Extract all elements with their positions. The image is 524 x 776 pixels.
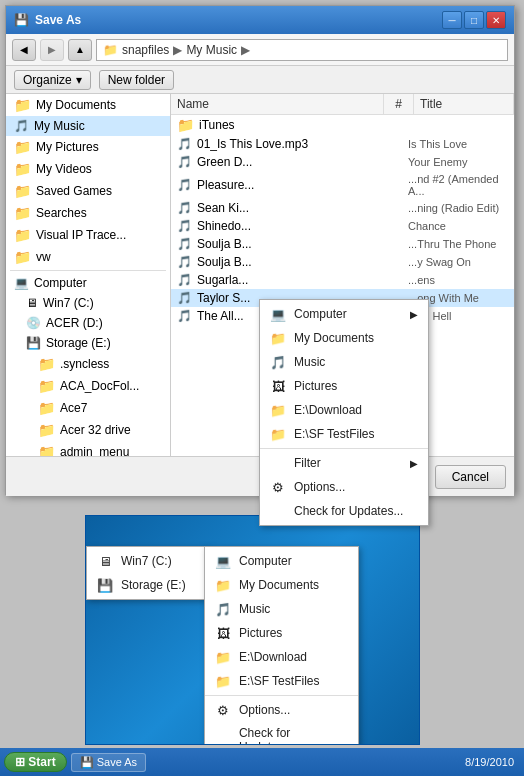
sidebar-admin-menu[interactable]: 📁 admin_menu	[6, 441, 170, 456]
pictures-icon: 🖼	[215, 625, 231, 641]
new-folder-label: New folder	[108, 73, 165, 87]
menu-item-music[interactable]: 🎵 Music	[260, 350, 428, 374]
sidebar-divider-1	[10, 270, 166, 271]
sidebar-aca-docfol[interactable]: 📁 ACA_DocFol...	[6, 375, 170, 397]
window-title: Save As	[35, 13, 436, 27]
back-button[interactable]: ◀	[12, 39, 36, 61]
file-title-text: Your Enemy	[408, 156, 508, 168]
menu-item-edownload[interactable]: 📁 E:\Download	[260, 398, 428, 422]
sidebar-acer32[interactable]: 📁 Acer 32 drive	[6, 419, 170, 441]
computer-icon: 💻	[215, 553, 231, 569]
computer-icon: 💻	[14, 276, 29, 290]
sidebar-item-my-videos[interactable]: 📁 My Videos	[6, 158, 170, 180]
file-list-header: Name # Title	[171, 94, 514, 115]
menu-label: My Documents	[239, 578, 319, 592]
organize-arrow: ▾	[76, 73, 82, 87]
sec-menu-pictures[interactable]: 🖼 Pictures	[205, 621, 358, 645]
maximize-button[interactable]: □	[464, 11, 484, 29]
sidebar-item-saved-games[interactable]: 📁 Saved Games	[6, 180, 170, 202]
drive-icon: 💾	[97, 577, 113, 593]
cancel-button[interactable]: Cancel	[435, 465, 506, 489]
sec-menu-storagee[interactable]: 💾 Storage (E:)	[87, 573, 205, 597]
toolbar: Organize ▾ New folder	[6, 66, 514, 94]
sec-menu-options[interactable]: ⚙ Options...	[205, 698, 358, 722]
close-button[interactable]: ✕	[486, 11, 506, 29]
sidebar-item-vw[interactable]: 📁 vw	[6, 246, 170, 268]
sidebar: 📁 My Documents 🎵 My Music 📁 My Pictures …	[6, 94, 171, 456]
table-row[interactable]: 🎵Green D... Your Enemy	[171, 153, 514, 171]
table-row[interactable]: 🎵Soulja B... ...Thru The Phone	[171, 235, 514, 253]
start-button[interactable]: ⊞ Start	[4, 752, 67, 772]
menu-separator	[205, 695, 358, 696]
sec-menu-music[interactable]: 🎵 Music	[205, 597, 358, 621]
sidebar-item-my-pictures[interactable]: 📁 My Pictures	[6, 136, 170, 158]
sidebar-drive-acer-d[interactable]: 💿 ACER (D:)	[6, 313, 170, 333]
menu-item-esftestfiles[interactable]: 📁 E:\SF TestFiles	[260, 422, 428, 446]
sec-menu-win7c[interactable]: 🖥 Win7 (C:)	[87, 549, 205, 573]
up-button[interactable]: ▲	[68, 39, 92, 61]
menu-label: Music	[239, 602, 270, 616]
music-file-icon: 🎵	[177, 178, 192, 192]
update-menu-icon	[270, 503, 286, 519]
music-file-icon: 🎵	[177, 309, 192, 323]
sidebar-label: Searches	[36, 206, 87, 220]
sec-menu-my-documents[interactable]: 📁 My Documents	[205, 573, 358, 597]
column-title[interactable]: Title	[414, 94, 514, 114]
update-icon	[215, 732, 231, 745]
table-row[interactable]: 🎵01_Is This Love.mp3 Is This Love	[171, 135, 514, 153]
table-row[interactable]: 🎵Soulja B... ...y Swag On	[171, 253, 514, 271]
address-path[interactable]: 📁 snapfiles ▶ My Music ▶	[96, 39, 508, 61]
organize-button[interactable]: Organize ▾	[14, 70, 91, 90]
sidebar-syncless[interactable]: 📁 .syncless	[6, 353, 170, 375]
sidebar-item-visual-ip[interactable]: 📁 Visual IP Trace...	[6, 224, 170, 246]
sec-menu-esftestfiles[interactable]: 📁 E:\SF TestFiles	[205, 669, 358, 693]
menu-label: E:\Download	[239, 650, 307, 664]
sidebar-computer[interactable]: 💻 Computer	[6, 273, 170, 293]
menu-item-pictures[interactable]: 🖼 Pictures	[260, 374, 428, 398]
table-row[interactable]: 🎵Sugarla... ...ens	[171, 271, 514, 289]
new-folder-button[interactable]: New folder	[99, 70, 174, 90]
column-name[interactable]: Name	[171, 94, 384, 114]
sidebar-drive-win7c[interactable]: 🖥 Win7 (C:)	[6, 293, 170, 313]
file-name-text: Sugarla...	[197, 273, 248, 287]
submenu-arrow: ▶	[410, 458, 418, 469]
menu-item-check-updates[interactable]: Check for Updates...	[260, 499, 428, 523]
menu-label: Pictures	[239, 626, 282, 640]
drive-icon: 🖥	[26, 296, 38, 310]
folder-icon: 📁	[14, 183, 31, 199]
sec-menu-check-updates[interactable]: Check for Updates...	[205, 722, 358, 745]
path-separator-2: ▶	[241, 43, 250, 57]
column-hash[interactable]: #	[384, 94, 414, 114]
menu-item-options[interactable]: ⚙ Options...	[260, 475, 428, 499]
folder-menu-icon: 📁	[270, 330, 286, 346]
sec-menu-edownload[interactable]: 📁 E:\Download	[205, 645, 358, 669]
menu-item-filter[interactable]: Filter ▶	[260, 451, 428, 475]
folder-icon: 📁	[38, 378, 55, 394]
taskbar-saveas[interactable]: 💾 Save As	[71, 753, 146, 772]
forward-button[interactable]: ▶	[40, 39, 64, 61]
folder-icon-addr: 📁	[103, 43, 118, 57]
minimize-button[interactable]: ─	[442, 11, 462, 29]
sidebar-label: admin_menu	[60, 445, 129, 456]
music-file-icon: 🎵	[177, 273, 192, 287]
table-row[interactable]: 🎵Sean Ki... ...ning (Radio Edit)	[171, 199, 514, 217]
sidebar-label: Computer	[34, 276, 87, 290]
sec-menu-computer[interactable]: 💻 Computer	[205, 549, 358, 573]
sidebar-label: Storage (E:)	[46, 336, 111, 350]
menu-label: Check for Updates...	[239, 726, 348, 745]
table-row[interactable]: 📁iTunes	[171, 115, 514, 135]
sidebar-drive-storage-e[interactable]: 💾 Storage (E:)	[6, 333, 170, 353]
table-row[interactable]: 🎵Pleasure... ...nd #2 (Amended A...	[171, 171, 514, 199]
menu-label: Filter	[294, 456, 321, 470]
sidebar-item-searches[interactable]: 📁 Searches	[6, 202, 170, 224]
sidebar-ace7[interactable]: 📁 Ace7	[6, 397, 170, 419]
folder-icon: 📁	[38, 400, 55, 416]
table-row[interactable]: 🎵Shinedo... Chance	[171, 217, 514, 235]
sidebar-item-my-documents[interactable]: 📁 My Documents	[6, 94, 170, 116]
file-name-text: iTunes	[199, 118, 235, 132]
menu-item-computer[interactable]: 💻 Computer ▶	[260, 302, 428, 326]
address-bar: ◀ ▶ ▲ 📁 snapfiles ▶ My Music ▶	[6, 34, 514, 66]
sidebar-label: My Documents	[36, 98, 116, 112]
sidebar-item-my-music[interactable]: 🎵 My Music	[6, 116, 170, 136]
menu-item-my-documents[interactable]: 📁 My Documents	[260, 326, 428, 350]
